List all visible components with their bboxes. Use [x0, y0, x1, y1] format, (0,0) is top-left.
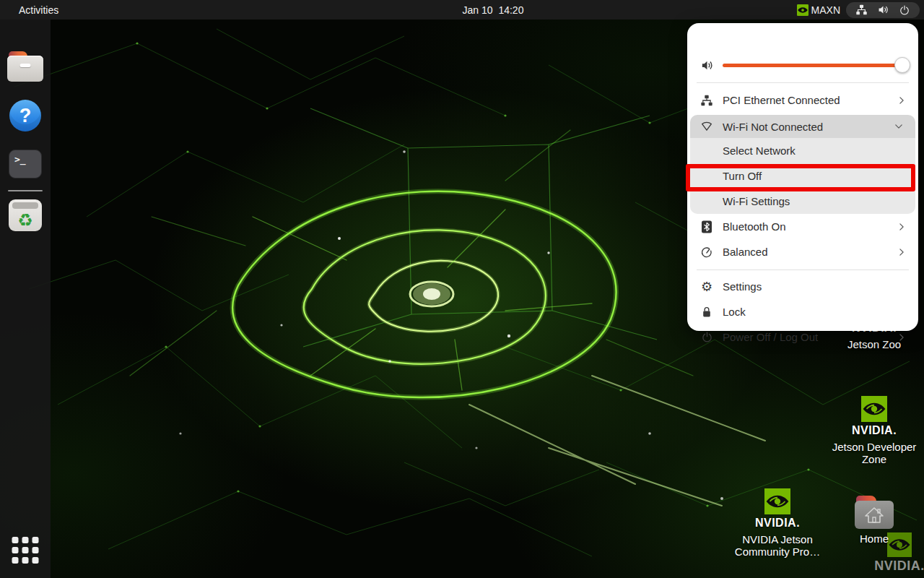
power-icon — [899, 4, 910, 16]
home-folder-icon — [855, 496, 894, 529]
show-applications-button[interactable] — [12, 537, 39, 564]
ethernet-icon — [855, 4, 868, 16]
menu-item-label: PCI Ethernet Connected — [723, 94, 897, 106]
menu-item-label: Wi-Fi Not Connected — [723, 121, 894, 133]
menu-item-wifi[interactable]: Wi-Fi Not Connected — [690, 115, 915, 138]
volume-slider[interactable] — [723, 64, 909, 67]
nvidia-wordmark: NVIDIA. — [852, 424, 897, 437]
activities-button[interactable]: Activities — [13, 3, 64, 17]
dock-item-trash[interactable]: ♻ — [9, 199, 42, 231]
desktop-icon-jetson-developer-zone[interactable]: NVIDIA. Jetson Developer Zone — [823, 396, 924, 465]
desktop-icon-label: Jetson Developer Zone — [823, 441, 924, 465]
menu-item-power-profile[interactable]: Balanced — [687, 239, 918, 264]
power-icon — [701, 331, 713, 343]
top-bar-right: MAXN — [797, 0, 924, 20]
nvidia-wordmark: NVIDIA. — [755, 517, 800, 530]
chevron-right-icon — [897, 247, 907, 257]
dock-item-help[interactable]: ? — [9, 100, 41, 131]
desktop-screen: NVIDIA. Jetson Zoo NVIDIA. Jetson Develo… — [0, 0, 924, 578]
desktop-icon-nvidia-jetson-community[interactable]: NVIDIA. NVIDIA Jetson Community Pro… — [723, 488, 832, 558]
menu-item-wifi-settings[interactable]: Wi-Fi Settings — [690, 189, 915, 214]
recycle-icon: ♻ — [9, 199, 42, 231]
desktop-icon-home[interactable]: Home — [850, 496, 898, 545]
folder-icon — [7, 51, 43, 82]
nvidia-logo-icon — [764, 488, 790, 514]
menu-item-settings[interactable]: ⚙ Settings — [687, 274, 918, 299]
nvidia-logo-icon — [861, 396, 887, 422]
gear-icon: ⚙ — [699, 280, 714, 293]
speaker-icon — [700, 59, 714, 72]
volume-row — [687, 53, 918, 77]
menu-item-label: Power Off / Log Out — [723, 331, 897, 343]
menu-item-label: Balanced — [723, 246, 897, 258]
menu-item-bluetooth[interactable]: Bluetooth On — [687, 214, 918, 239]
wifi-icon — [700, 120, 713, 133]
top-bar: Activities Jan 10 14:20 MAXN — [0, 0, 924, 20]
nvidia-wordmark: NVIDIA. — [874, 558, 924, 574]
menu-item-turn-off[interactable]: Turn Off — [690, 163, 915, 189]
chevron-right-icon — [897, 95, 907, 105]
menu-divider — [697, 82, 909, 83]
dock-divider — [8, 190, 43, 191]
nvidia-logo-icon — [797, 4, 808, 16]
bluetooth-icon — [701, 220, 712, 233]
wifi-submenu: Select Network Turn Off Wi-Fi Settings — [690, 138, 915, 214]
chevron-right-icon — [897, 332, 907, 342]
dock-item-files[interactable] — [7, 51, 43, 82]
speaker-icon — [877, 4, 889, 16]
dock-item-terminal[interactable]: >_ — [9, 150, 42, 178]
house-icon — [863, 506, 885, 525]
menu-item-ethernet[interactable]: PCI Ethernet Connected — [687, 87, 918, 113]
system-tray[interactable] — [846, 2, 920, 18]
menu-item-power-off[interactable]: Power Off / Log Out — [687, 324, 918, 350]
power-mode-indicator: MAXN — [797, 4, 840, 16]
menu-item-select-network[interactable]: Select Network — [690, 138, 915, 163]
volume-slider-knob[interactable] — [894, 57, 910, 73]
menu-item-label: Lock — [723, 306, 918, 318]
clock[interactable]: Jan 10 14:20 — [463, 0, 524, 20]
terminal-prompt-icon: >_ — [9, 150, 42, 178]
system-menu: PCI Ethernet Connected Wi-Fi Not Connect… — [687, 23, 918, 331]
desktop-icon-label: NVIDIA Jetson Community Pro… — [723, 533, 832, 558]
power-mode-label: MAXN — [811, 4, 840, 16]
dock: ? >_ ♻ — [0, 20, 51, 578]
ethernet-icon — [700, 94, 713, 107]
desktop-icon-label: Home — [860, 532, 889, 545]
menu-item-label: Bluetooth On — [723, 220, 897, 233]
lock-icon — [701, 306, 712, 319]
chevron-down-icon — [894, 121, 904, 131]
gauge-icon — [700, 246, 713, 259]
menu-item-label: Settings — [723, 280, 918, 293]
menu-divider — [697, 269, 909, 270]
question-mark-icon: ? — [9, 100, 41, 131]
chevron-right-icon — [897, 222, 907, 232]
menu-item-lock[interactable]: Lock — [687, 299, 918, 324]
